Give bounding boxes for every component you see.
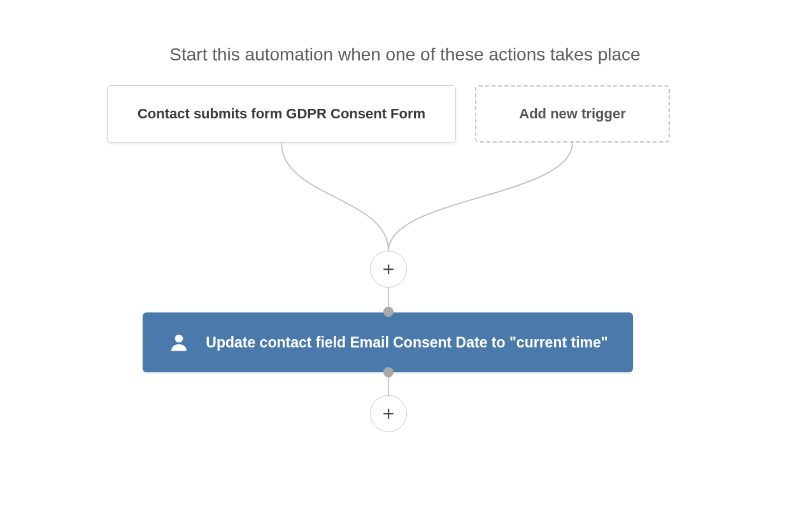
- add-step-button-bottom[interactable]: +: [370, 395, 407, 432]
- plus-icon: +: [383, 259, 395, 279]
- add-trigger-label: Add new trigger: [519, 106, 625, 122]
- svg-point-2: [175, 335, 183, 343]
- automation-header: Start this automation when one of these …: [0, 45, 810, 65]
- connector-dot-bottom: [383, 367, 394, 377]
- add-step-button-top[interactable]: +: [370, 251, 407, 288]
- plus-icon: +: [383, 403, 395, 424]
- automation-canvas: Start this automation when one of these …: [0, 0, 810, 532]
- add-trigger-button[interactable]: Add new trigger: [475, 85, 670, 143]
- trigger-existing-label: Contact submits form GDPR Consent Form: [138, 106, 425, 122]
- connector-dot-top: [383, 307, 394, 317]
- person-icon: [167, 331, 190, 354]
- trigger-existing[interactable]: Contact submits form GDPR Consent Form: [107, 85, 456, 143]
- action-update-contact[interactable]: Update contact field Email Consent Date …: [143, 312, 633, 372]
- action-label: Update contact field Email Consent Date …: [206, 334, 608, 351]
